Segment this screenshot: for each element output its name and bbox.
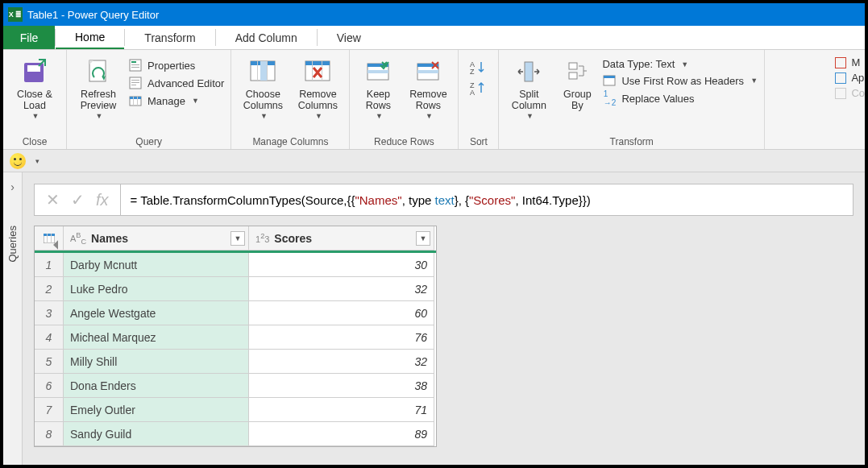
split-column-button[interactable]: Split Column ▼ [505,53,552,122]
data-type-button[interactable]: Data Type: Text ▼ [602,58,758,70]
overflow-item-2[interactable]: Ap [835,72,864,84]
remove-rows-button[interactable]: Remove Rows ▼ [405,53,451,122]
group-by-icon [566,55,588,89]
properties-button[interactable]: Properties [128,58,224,72]
split-column-label: Split Column [512,89,546,112]
sort-desc-button[interactable]: ZA [470,81,488,95]
dropdown-caret-icon: ▼ [681,60,688,68]
dropdown-caret-icon: ▼ [260,112,268,120]
svg-rect-17 [260,61,267,81]
column-filter-names[interactable]: ▼ [230,231,245,246]
formula-accept-icon[interactable]: ✓ [71,190,85,209]
svg-rect-8 [131,80,139,81]
tab-home[interactable]: Home [56,26,124,49]
cell-score[interactable]: 32 [249,350,434,374]
qat-dropdown-icon[interactable]: ▾ [35,157,39,165]
replace-icon: 1→2 [602,91,617,106]
svg-rect-34 [525,62,533,81]
group-by-button[interactable]: Group By [557,53,597,114]
smiley-icon[interactable] [10,153,26,169]
group-manage-columns: Choose Columns ▼ Remove Columns ▼ Manage… [231,50,350,149]
svg-rect-18 [257,61,258,81]
row-index: 8 [35,422,64,446]
column-filter-scores[interactable]: ▼ [416,231,430,246]
cell-name[interactable]: Milly Shill [64,350,249,374]
window-title: Table1 - Power Query Editor [27,9,159,21]
overflow-item-1[interactable]: M [835,56,860,68]
svg-rect-12 [130,97,141,99]
group-sort: AZ ZA Sort [459,50,499,149]
group-label-sort: Sort [470,136,488,147]
svg-rect-36 [569,72,577,79]
group-reduce-rows: Keep Rows ▼ Remove Rows ▼ Reduce Rows [350,50,459,149]
use-first-row-label: Use First Row as Headers [621,75,744,87]
replace-values-button[interactable]: 1→2 Replace Values [602,91,758,106]
cell-name[interactable]: Sandy Guild [64,422,249,446]
tab-view[interactable]: View [318,26,380,49]
cell-score[interactable]: 60 [249,301,434,325]
svg-rect-23 [322,61,322,81]
fx-icon[interactable]: fx [96,191,109,209]
cell-name[interactable]: Dona Enders [64,374,249,398]
remove-columns-button[interactable]: Remove Columns ▼ [293,53,343,122]
cell-name[interactable]: Darby Mcnutt [64,253,249,277]
table-row[interactable]: 4Micheal Marquez76 [35,325,436,350]
keep-rows-icon [366,55,390,89]
cell-score[interactable]: 71 [249,398,434,422]
svg-rect-40 [44,234,55,236]
group-by-label: Group By [563,89,592,112]
cell-score[interactable]: 89 [249,422,434,446]
table-row[interactable]: 2Luke Pedro32 [35,277,436,301]
cell-name[interactable]: Emely Outler [64,398,249,422]
group-label-reduce-rows: Reduce Rows [374,136,434,147]
row-selector-header[interactable] [35,226,64,251]
svg-rect-13 [133,97,134,106]
group-label-manage-columns: Manage Columns [252,136,328,147]
svg-rect-10 [131,85,136,85]
overflow-label-2: Ap [851,72,864,84]
table-row[interactable]: 3Angele Westgate60 [35,301,436,325]
choose-columns-button[interactable]: Choose Columns ▼ [238,53,288,122]
table-row[interactable]: 6Dona Enders38 [35,374,436,398]
cell-name[interactable]: Luke Pedro [64,277,249,301]
ribbon-tabs: File Home Transform Add Column View [3,26,865,50]
close-and-load-button[interactable]: Close & Load ▼ [10,53,60,122]
table-row[interactable]: 8Sandy Guild89 [35,422,436,446]
sort-asc-button[interactable]: AZ [470,60,488,74]
overflow-item-3[interactable]: Co [835,87,865,99]
table-row[interactable]: 5Milly Shill32 [35,350,436,374]
tab-file[interactable]: File [3,26,55,49]
cell-score[interactable]: 38 [249,374,434,398]
remove-rows-icon [416,55,440,89]
advanced-editor-button[interactable]: Advanced Editor [128,76,224,90]
cell-score[interactable]: 76 [249,325,434,350]
cell-score[interactable]: 30 [249,253,434,277]
column-header-scores[interactable]: 123 Scores ▼ [249,226,434,251]
use-first-row-button[interactable]: Use First Row as Headers ▼ [602,73,758,88]
choose-columns-icon [249,55,276,89]
refresh-preview-button[interactable]: Refresh Preview ▼ [73,53,123,122]
grid-header-row: ABC Names ▼ 123 Scores ▼ [35,226,436,251]
table-row[interactable]: 7Emely Outler71 [35,398,436,422]
group-label-close: Close [23,136,48,147]
tab-add-column[interactable]: Add Column [216,26,317,49]
manage-label: Manage [147,95,185,107]
table-icon [44,234,55,243]
table-row[interactable]: 1Darby Mcnutt30 [35,253,436,277]
svg-rect-22 [312,61,313,81]
cell-score[interactable]: 32 [249,277,434,301]
row-index: 6 [35,374,64,398]
tab-transform[interactable]: Transform [125,26,214,49]
app-window: X ≣ Table1 - Power Query Editor File Hom… [3,3,865,465]
keep-rows-button[interactable]: Keep Rows ▼ [356,53,400,122]
cell-name[interactable]: Angele Westgate [64,301,249,325]
cell-name[interactable]: Micheal Marquez [64,325,249,350]
manage-button[interactable]: Manage ▼ [128,93,224,108]
expand-queries-icon[interactable]: › [10,180,15,193]
formula-input[interactable]: = Table.TransformColumnTypes(Source,{{"N… [121,184,853,216]
remove-columns-label: Remove Columns [298,89,338,112]
column-header-names[interactable]: ABC Names ▼ [64,226,249,251]
dropdown-caret-icon: ▼ [32,112,39,120]
number-type-icon: 123 [255,232,269,244]
formula-cancel-icon[interactable]: ✕ [46,190,60,209]
